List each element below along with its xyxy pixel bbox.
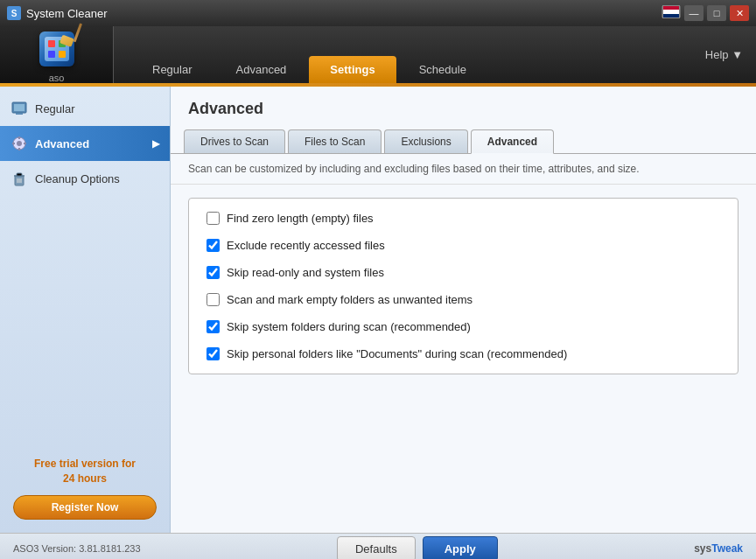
tab-exclusions[interactable]: Exclusions <box>384 129 467 153</box>
minimize-button[interactable]: — <box>684 5 704 21</box>
nav-tab-settings[interactable]: Settings <box>309 56 396 83</box>
regular-icon <box>10 100 28 117</box>
options-area: Find zero length (empty) files Exclude r… <box>171 185 756 533</box>
footer-buttons: Defaults Apply <box>337 536 498 560</box>
options-box: Find zero length (empty) files Exclude r… <box>188 198 738 374</box>
option-exclude-recent: Exclude recently accessed files <box>206 239 720 252</box>
advanced-arrow: ▶ <box>152 138 159 150</box>
window-title: System Cleaner <box>26 7 107 20</box>
svg-point-4 <box>17 141 22 146</box>
tab-advanced[interactable]: Advanced <box>471 129 554 154</box>
svg-rect-1 <box>14 104 24 111</box>
app-icon: S <box>7 6 21 20</box>
scan-empty-folders-checkbox[interactable] <box>206 293 220 306</box>
sidebar-item-advanced[interactable]: Advanced ▶ <box>0 126 170 161</box>
svg-rect-2 <box>16 113 23 115</box>
title-bar: S System Cleaner — □ ✕ <box>0 0 756 26</box>
apply-button[interactable]: Apply <box>423 536 498 560</box>
exclude-recent-checkbox[interactable] <box>206 239 220 252</box>
flag-icon <box>662 5 681 18</box>
option-skip-readonly: Skip read-only and system files <box>206 266 720 279</box>
sidebar-item-cleanup[interactable]: Cleanup Options <box>0 161 170 196</box>
maximize-button[interactable]: □ <box>707 5 726 21</box>
nav-tab-regular[interactable]: Regular <box>131 56 214 83</box>
option-zero-length: Find zero length (empty) files <box>206 212 720 225</box>
content-area: Advanced Drives to Scan Files to Scan Ex… <box>171 87 756 533</box>
advanced-label: Advanced <box>35 137 89 150</box>
version-label: ASO3 Version: 3.81.8181.233 <box>13 543 141 554</box>
content-tabs: Drives to Scan Files to Scan Exclusions … <box>171 122 756 154</box>
help-menu[interactable]: Help ▼ <box>692 48 756 61</box>
logo-text: aso <box>49 73 65 83</box>
sidebar-item-regular[interactable]: Regular <box>0 91 170 126</box>
option-scan-empty-folders: Scan and mark empty folders as unwanted … <box>206 293 720 306</box>
skip-personal-label[interactable]: Skip personal folders like "Documents" d… <box>227 347 567 360</box>
cleanup-icon <box>10 170 28 187</box>
app-header: aso Regular Advanced Settings Schedule H… <box>0 26 756 83</box>
nav-tab-schedule[interactable]: Schedule <box>398 56 487 83</box>
content-description: Scan can be customized by including and … <box>171 154 756 185</box>
title-bar-left: S System Cleaner <box>7 6 107 20</box>
content-title: Advanced <box>188 100 738 118</box>
app-footer: ASO3 Version: 3.81.8181.233 Defaults App… <box>0 533 756 559</box>
brand-sys: sys <box>694 542 711 555</box>
trial-text: Free trial version for24 hours <box>13 457 157 486</box>
zero-length-label[interactable]: Find zero length (empty) files <box>227 212 374 225</box>
skip-readonly-checkbox[interactable] <box>206 266 220 279</box>
register-button[interactable]: Register Now <box>13 495 157 520</box>
main-layout: Regular Advanced ▶ <box>0 87 756 533</box>
brand-tweak: Tweak <box>711 542 743 555</box>
window-controls: — □ ✕ <box>662 5 749 21</box>
app-nav: Regular Advanced Settings Schedule <box>114 26 692 83</box>
defaults-button[interactable]: Defaults <box>337 536 416 560</box>
cleanup-label: Cleanup Options <box>35 172 120 185</box>
option-skip-system: Skip system folders during scan (recomme… <box>206 320 720 333</box>
sidebar: Regular Advanced ▶ <box>0 87 171 533</box>
skip-readonly-label[interactable]: Skip read-only and system files <box>227 266 384 279</box>
scan-empty-folders-label[interactable]: Scan and mark empty folders as unwanted … <box>227 293 472 306</box>
nav-tab-advanced[interactable]: Advanced <box>215 56 308 83</box>
trial-section: Free trial version for24 hours Register … <box>0 444 170 533</box>
close-button[interactable]: ✕ <box>730 5 749 21</box>
skip-personal-checkbox[interactable] <box>206 347 220 360</box>
zero-length-checkbox[interactable] <box>206 212 220 225</box>
svg-rect-10 <box>17 173 22 176</box>
tab-files-to-scan[interactable]: Files to Scan <box>288 129 382 153</box>
advanced-icon <box>10 135 28 152</box>
skip-system-label[interactable]: Skip system folders during scan (recomme… <box>227 320 471 333</box>
app-logo: aso <box>0 26 114 83</box>
regular-label: Regular <box>35 102 75 115</box>
content-header: Advanced <box>171 87 756 122</box>
skip-system-checkbox[interactable] <box>206 320 220 333</box>
tab-drives-to-scan[interactable]: Drives to Scan <box>184 129 285 153</box>
nav-tabs: Regular Advanced Settings Schedule <box>131 56 487 83</box>
option-skip-personal: Skip personal folders like "Documents" d… <box>206 347 720 360</box>
exclude-recent-label[interactable]: Exclude recently accessed files <box>227 239 385 252</box>
brand-label: sysTweak <box>694 542 743 555</box>
